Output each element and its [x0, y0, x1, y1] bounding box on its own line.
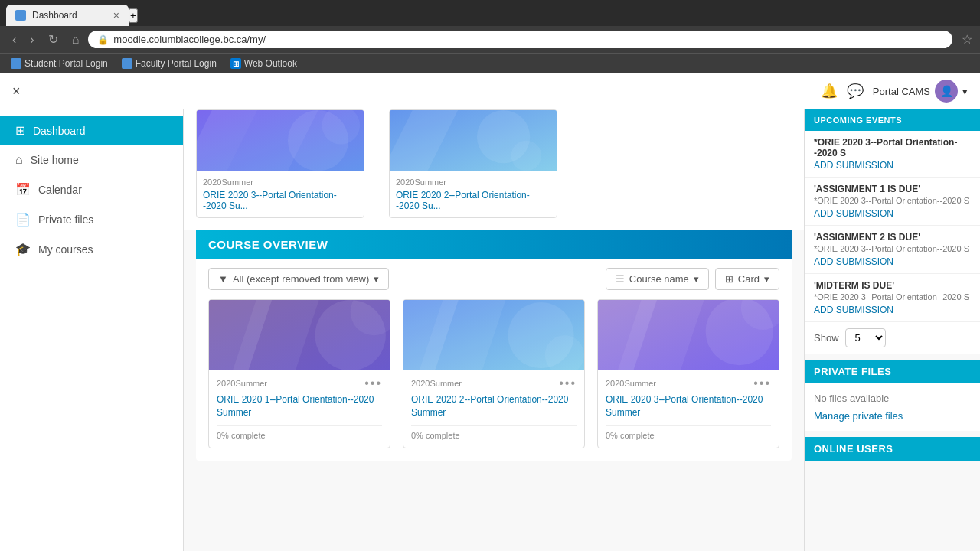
sidebar-item-dashboard[interactable]: ⊞ Dashboard [0, 116, 183, 145]
header-right: 🔔 💬 Portal CAMS 👤 ▾ [821, 80, 968, 103]
assignment-title-2: 'ASSIGNMENT 2 IS DUE' [814, 232, 971, 243]
tab-close-button[interactable]: × [113, 9, 119, 21]
sidebar-item-label: My courses [38, 243, 93, 256]
main-header: × 🔔 💬 Portal CAMS 👤 ▾ [0, 73, 980, 109]
show-label: Show [814, 332, 839, 344]
assignments-section: UPCOMING EVENTS *ORIE 2020 3--Portal Ori… [805, 109, 980, 354]
course-card-image-3 [598, 300, 779, 369]
faculty-portal-label: Faculty Portal Login [136, 58, 217, 69]
bookmark-web-outlook[interactable]: ⊞ Web Outlook [227, 57, 300, 70]
top-card-image-2 [390, 110, 557, 171]
course-card-image-1 [209, 300, 390, 369]
forward-button[interactable]: › [25, 31, 38, 48]
sidebar-item-label: Private files [38, 214, 93, 226]
filter-bar: ▼ All (except removed from view) ▾ ☰ Cou… [196, 268, 792, 299]
top-card-link-2[interactable]: ORIE 2020 2--Portal Orientation--2020 Su… [396, 190, 550, 211]
bookmarks-bar: Student Portal Login Faculty Portal Logi… [0, 53, 980, 73]
manage-private-files-link[interactable]: Manage private files [814, 410, 971, 422]
course-card-2: 2020Summer ••• ORIE 2020 2--Portal Orien… [403, 299, 585, 448]
main-content: 2020Summer ORIE 2020 3--Portal Orientati… [184, 109, 804, 551]
sort-button[interactable]: ☰ Course name ▾ [606, 268, 709, 290]
course-overview-header: COURSE OVERVIEW [196, 230, 792, 259]
bookmark-student-portal[interactable]: Student Portal Login [8, 57, 111, 70]
top-card-image-1 [197, 110, 364, 171]
course-card-body-2: 2020Summer ••• ORIE 2020 2--Portal Orien… [403, 369, 584, 448]
active-tab[interactable]: Dashboard × [6, 5, 129, 26]
course-card-link-3[interactable]: ORIE 2020 3--Portal Orientation--2020 Su… [606, 393, 771, 419]
course-card-header-1: 2020Summer ••• [217, 377, 382, 390]
new-tab-button[interactable]: + [129, 8, 138, 23]
sidebar-nav: ⊞ Dashboard ⌂ Site home 📅 Calendar 📄 Pri… [0, 109, 183, 270]
filter-icon: ▼ [218, 273, 228, 285]
assignment-action-0[interactable]: ADD SUBMISSION [814, 160, 971, 171]
user-name: Portal CAMS [873, 86, 930, 97]
assignment-action-1[interactable]: ADD SUBMISSION [814, 208, 971, 219]
assignment-title-1: 'ASSIGNMENT 1 IS DUE' [814, 184, 971, 194]
assignment-action-3[interactable]: ADD SUBMISSION [814, 305, 971, 315]
no-files-text: No files available [814, 393, 971, 404]
home-icon: ⌂ [15, 153, 23, 167]
web-outlook-label: Web Outlook [244, 58, 297, 69]
chat-icon[interactable]: 💬 [847, 83, 864, 99]
course-card-header-3: 2020Summer ••• [606, 377, 771, 390]
filter-label: All (except removed from view) [233, 273, 369, 285]
course-card-menu-3[interactable]: ••• [753, 377, 771, 390]
assignment-sub-2: *ORIE 2020 3--Portal Orientation--2020 S [814, 244, 971, 253]
course-card-3: 2020Summer ••• ORIE 2020 3--Portal Orien… [597, 299, 779, 448]
top-cards-area: 2020Summer ORIE 2020 3--Portal Orientati… [184, 109, 804, 230]
assignments-header: UPCOMING EVENTS [805, 109, 980, 131]
filter-dropdown-button[interactable]: ▼ All (except removed from view) ▾ [208, 268, 389, 290]
top-card-link-1[interactable]: ORIE 2020 3--Portal Orientation--2020 Su… [203, 190, 358, 211]
notification-icon[interactable]: 🔔 [821, 83, 838, 99]
course-card-link-2[interactable]: ORIE 2020 2--Portal Orientation--2020 Su… [411, 393, 577, 419]
courses-icon: 🎓 [15, 242, 31, 256]
user-menu[interactable]: Portal CAMS 👤 ▾ [873, 80, 968, 103]
faculty-portal-favicon [122, 58, 132, 69]
sidebar-item-calendar[interactable]: 📅 Calendar [0, 174, 183, 204]
assignment-action-2[interactable]: ADD SUBMISSION [814, 256, 971, 267]
course-card-progress-1: 0% complete [217, 425, 382, 440]
back-button[interactable]: ‹ [8, 31, 21, 48]
sidebar-item-site-home[interactable]: ⌂ Site home [0, 145, 183, 174]
show-row: Show 5 10 20 [805, 322, 980, 354]
course-card-year-1: 2020Summer [217, 379, 267, 388]
view-icon: ⊞ [725, 273, 733, 285]
top-card-body-2: 2020Summer ORIE 2020 2--Portal Orientati… [390, 171, 557, 217]
assignment-item-3: 'MIDTERM IS DUE' *ORIE 2020 3--Portal Or… [805, 274, 980, 322]
assignment-item-2: 'ASSIGNMENT 2 IS DUE' *ORIE 2020 3--Port… [805, 226, 980, 274]
home-button[interactable]: ⌂ [67, 31, 84, 48]
course-overview-section: COURSE OVERVIEW ▼ All (except removed fr… [196, 230, 792, 461]
assignment-sub-1: *ORIE 2020 3--Portal Orientation--2020 S [814, 196, 971, 205]
sidebar: ⊞ Dashboard ⌂ Site home 📅 Calendar 📄 Pri… [0, 109, 184, 551]
show-select[interactable]: 5 10 20 [845, 328, 886, 347]
assignment-sub-3: *ORIE 2020 3--Portal Orientation--2020 S [814, 292, 971, 302]
bookmark-faculty-portal[interactable]: Faculty Portal Login [119, 57, 220, 70]
right-panel: UPCOMING EVENTS *ORIE 2020 3--Portal Ori… [804, 109, 980, 551]
chevron-down-icon: ▾ [962, 86, 968, 97]
reload-button[interactable]: ↻ [44, 31, 63, 48]
filter-right: ☰ Course name ▾ ⊞ Card ▾ [606, 268, 779, 290]
browser-chrome: Dashboard × + ‹ › ↻ ⌂ 🔒 moodle.columbiac… [0, 0, 980, 73]
course-card-menu-2[interactable]: ••• [559, 377, 577, 390]
tabs-bar: Dashboard × + [0, 0, 980, 26]
course-card-link-1[interactable]: ORIE 2020 1--Portal Orientation--2020 Su… [217, 393, 382, 419]
assignment-item-0: *ORIE 2020 3--Portal Orientation--2020 S… [805, 131, 980, 178]
sidebar-item-my-courses[interactable]: 🎓 My courses [0, 234, 183, 264]
top-card-year-1: 2020Summer [203, 178, 358, 187]
course-card-menu-1[interactable]: ••• [364, 377, 382, 390]
close-icon[interactable]: × [12, 83, 21, 99]
view-button[interactable]: ⊞ Card ▾ [715, 268, 779, 290]
sidebar-item-private-files[interactable]: 📄 Private files [0, 204, 183, 234]
bookmark-star-icon[interactable]: ☆ [962, 32, 972, 47]
dashboard-icon: ⊞ [15, 123, 25, 138]
course-card-progress-3: 0% complete [606, 425, 771, 440]
course-card-header-2: 2020Summer ••• [411, 377, 577, 390]
filter-left: ▼ All (except removed from view) ▾ [208, 268, 389, 290]
address-bar[interactable]: 🔒 moodle.columbiacollege.bc.ca/my/ [88, 31, 952, 48]
sidebar-item-label: Site home [31, 154, 79, 166]
sort-icon: ☰ [616, 273, 625, 285]
assignment-title-0: *ORIE 2020 3--Portal Orientation--2020 S [814, 137, 971, 158]
tab-title: Dashboard [32, 10, 77, 21]
avatar: 👤 [935, 80, 958, 103]
student-portal-favicon [11, 58, 21, 69]
